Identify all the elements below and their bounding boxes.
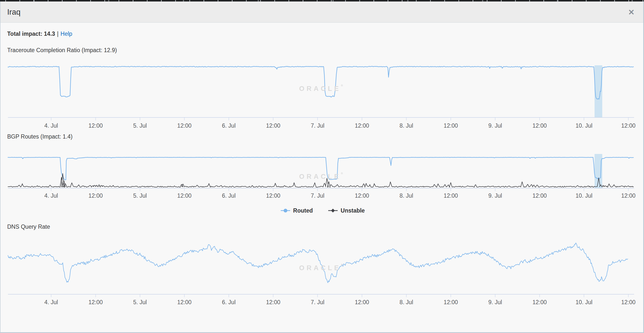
highlight-band	[594, 65, 602, 117]
x-axis-label: 8. Jul	[400, 299, 413, 306]
x-axis-label: 12:00	[532, 192, 547, 199]
x-axis-label: 12:00	[88, 192, 103, 199]
series-dns-query-rate-line	[8, 243, 628, 283]
oracle-watermark: ORACLE®	[281, 84, 361, 93]
x-axis-label: 10. Jul	[576, 299, 592, 306]
x-axis-label: 12:00	[621, 192, 636, 199]
x-axis-label: 4. Jul	[44, 122, 58, 129]
x-axis-label: 10. Jul	[576, 122, 592, 129]
x-axis-label: 12:00	[266, 299, 280, 306]
x-axis-label: 12:00	[444, 192, 458, 199]
x-axis-label: 7. Jul	[311, 192, 324, 199]
x-axis-label: 8. Jul	[400, 192, 413, 199]
legend-item-unstable[interactable]: Unstable	[328, 207, 365, 214]
close-button[interactable]: ✕	[626, 7, 637, 18]
chart-traceroute[interactable]: 4. Jul12:005. Jul12:006. Jul12:007. Jul1…	[0, 58, 644, 130]
x-axis-label: 5. Jul	[133, 122, 147, 129]
chart-title-dns: DNS Query Rate	[7, 224, 50, 230]
x-axis-label: 6. Jul	[222, 192, 236, 199]
x-axis-label: 8. Jul	[400, 122, 413, 129]
screen: Iraq ✕ Total impact: 14.3|Help Tracerout…	[0, 0, 644, 333]
x-axis-label: 12:00	[88, 122, 103, 129]
x-axis-label: 6. Jul	[222, 122, 236, 129]
x-axis-label: 12:00	[355, 299, 369, 306]
legend-label-routed: Routed	[293, 207, 313, 214]
x-axis-label: 4. Jul	[44, 299, 58, 306]
x-axis-label: 9. Jul	[488, 299, 502, 306]
x-axis-label: 7. Jul	[311, 122, 324, 129]
total-impact-text: Total impact: 14.3	[7, 30, 55, 37]
x-axis-label: 12:00	[88, 299, 103, 306]
x-axis-label: 12:00	[266, 192, 280, 199]
oracle-watermark: ORACLE®	[281, 172, 361, 181]
chart-title-bgp: BGP Routes (Impact: 1.4)	[7, 133, 72, 140]
legend: Routed Unstable	[0, 205, 644, 216]
routed-marker-icon	[280, 208, 291, 213]
x-axis-label: 12:00	[621, 122, 636, 129]
impact-summary: Total impact: 14.3|Help	[7, 30, 72, 37]
chart-title-traceroute: Traceroute Completion Ratio (Impact: 12.…	[7, 47, 117, 54]
x-axis-label: 10. Jul	[576, 192, 592, 199]
x-axis-label: 12:00	[621, 299, 636, 306]
x-axis-label: 12:00	[266, 122, 280, 129]
series-completion-ratio-line	[8, 66, 634, 99]
x-axis-label: 5. Jul	[133, 192, 147, 199]
modal-header: Iraq ✕	[0, 1, 643, 22]
x-axis-label: 12:00	[177, 122, 192, 129]
oracle-watermark: ORACLE®	[281, 263, 361, 272]
unstable-marker-icon	[328, 208, 338, 213]
separator: |	[55, 30, 60, 37]
x-axis-label: 12:00	[444, 299, 458, 306]
x-axis-label: 5. Jul	[133, 299, 147, 306]
x-axis-label: 12:00	[444, 122, 458, 129]
x-axis-label: 12:00	[177, 299, 192, 306]
x-axis-label: 12:00	[532, 299, 547, 306]
modal-title: Iraq	[7, 1, 20, 22]
legend-item-routed[interactable]: Routed	[280, 207, 313, 214]
x-axis-label: 7. Jul	[311, 299, 324, 306]
x-axis-label: 6. Jul	[222, 299, 236, 306]
x-axis-label: 9. Jul	[488, 192, 502, 199]
x-axis-label: 12:00	[355, 192, 369, 199]
legend-label-unstable: Unstable	[341, 207, 365, 214]
x-axis-label: 12:00	[532, 122, 547, 129]
x-axis-label: 9. Jul	[488, 122, 502, 129]
country-detail-modal: Iraq ✕ Total impact: 14.3|Help Tracerout…	[0, 1, 644, 333]
x-axis-label: 12:00	[355, 122, 369, 129]
x-axis-label: 12:00	[177, 192, 192, 199]
x-axis-label: 4. Jul	[44, 192, 58, 199]
help-link[interactable]: Help	[60, 30, 72, 37]
